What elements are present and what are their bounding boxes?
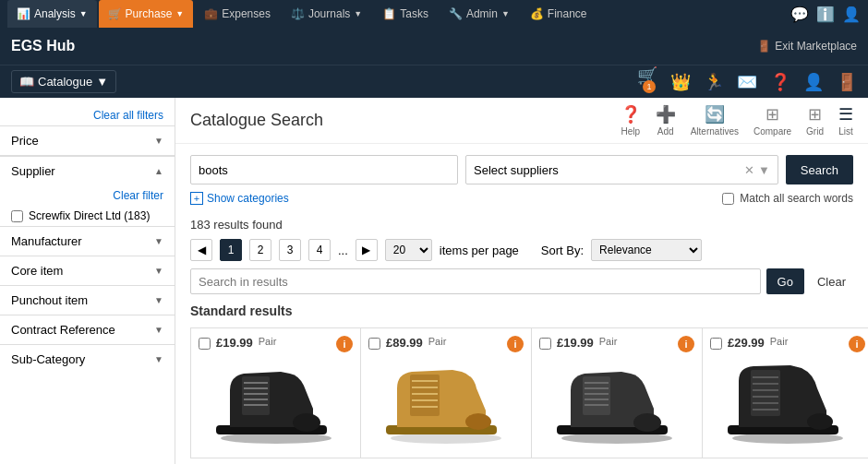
add-action-button[interactable]: ➕ Add (656, 104, 676, 137)
per-page-select[interactable]: 20 50 100 (385, 239, 432, 261)
catalogue-dropdown-button[interactable]: 📖 Catalogue ▼ (11, 70, 116, 93)
contract-ref-filter[interactable]: Contract Reference ▼ (0, 315, 175, 344)
help-circle-icon[interactable]: ❓ (770, 72, 790, 92)
subcategory-filter[interactable]: Sub-Category ▼ (0, 344, 175, 374)
manufacturer-filter-arrow: ▼ (154, 236, 163, 246)
nav-expenses[interactable]: 💼 Expenses (195, 0, 280, 28)
help-action-icon: ❓ (621, 104, 641, 125)
nav-admin[interactable]: 🔧 Admin ▼ (440, 0, 519, 28)
manufacturer-filter[interactable]: Manufacturer ▼ (0, 226, 175, 256)
supplier-clear-filter-button[interactable]: Clear filter (0, 185, 175, 206)
scrollable-content: Select suppliers ✕ ▼ Search + Show categ… (175, 144, 868, 464)
search-options-row: + Show categories Match all search words (190, 192, 853, 212)
main-content-wrapper: Catalogue Search ❓ Help ➕ Add 🔄 Alternat… (175, 98, 868, 464)
nav-journals[interactable]: ⚖️ Journals ▼ (282, 0, 371, 28)
screwfix-checkbox[interactable] (11, 210, 23, 222)
admin-icon: 🔧 (449, 7, 463, 20)
header-bar: EGS Hub 🚪 Exit Marketplace (0, 28, 868, 65)
nav-finance[interactable]: 💰 Finance (521, 0, 597, 28)
product-3-checkbox[interactable] (539, 338, 551, 350)
prev-page-button[interactable]: ◀ (190, 239, 212, 261)
nav-purchase[interactable]: 🛒 Purchase ▼ (99, 0, 194, 28)
screwfix-filter-item[interactable]: Screwfix Direct Ltd (183) (0, 206, 175, 226)
sort-select[interactable]: Relevance Price (Low-High) Price (High-L… (591, 239, 702, 261)
standard-results-label: Standard results (190, 303, 853, 318)
search-input-row: Select suppliers ✕ ▼ Search (190, 155, 853, 184)
go-button[interactable]: Go (766, 268, 804, 294)
product-1-info-button[interactable]: i (336, 336, 353, 352)
help-action-button[interactable]: ❓ Help (621, 104, 641, 137)
nav-right-icons: 💬 ℹ️ 👤 (790, 6, 861, 23)
product-card-1: £19.99 Pair i (190, 327, 361, 458)
cart-icon[interactable]: 🛒 1 (637, 65, 657, 99)
pagination-sort-row: ◀ 1 2 3 4 ... ▶ 20 50 100 items per page… (190, 239, 853, 261)
crown-icon[interactable]: 👑 (670, 72, 691, 92)
alternatives-action-button[interactable]: 🔄 Alternatives (691, 104, 739, 137)
match-words-checkbox[interactable] (722, 193, 734, 205)
show-categories-button[interactable]: + Show categories (190, 192, 289, 205)
purchase-icon: 🛒 (108, 7, 122, 20)
catalogue-icon-bar: 🛒 1 👑 🏃 ✉️ ❓ 👤 🚪 (637, 65, 857, 99)
page-2-button[interactable]: 2 (249, 239, 271, 261)
user-nav-icon[interactable]: 👤 (842, 6, 861, 23)
list-view-button[interactable]: ☰ List (838, 104, 853, 137)
ellipsis: ... (338, 244, 348, 257)
supplier-filter-arrow: ▲ (154, 166, 163, 176)
match-words-option: Match all search words (722, 192, 853, 205)
compare-action-button[interactable]: ⊞ Compare (753, 104, 791, 137)
catalogue-bar: 📖 Catalogue ▼ 🛒 1 👑 🏃 ✉️ ❓ 👤 🚪 (0, 65, 868, 98)
top-navigation: 📊 Analysis ▼ 🛒 Purchase ▼ 💼 Expenses ⚖️ … (0, 0, 868, 28)
tasks-icon: 📋 (382, 7, 396, 20)
supplier-filter[interactable]: Supplier ▲ (0, 156, 175, 185)
next-page-button[interactable]: ▶ (356, 239, 378, 261)
per-page-label: items per page (440, 244, 519, 257)
punchout-filter[interactable]: Punchout item ▼ (0, 285, 175, 315)
plus-icon: + (190, 192, 203, 205)
profile-icon[interactable]: 👤 (803, 72, 824, 92)
chat-icon[interactable]: 💬 (790, 6, 809, 23)
grid-view-button[interactable]: ⊞ Grid (806, 104, 824, 137)
product-4-price: £29.99 (728, 336, 765, 350)
info-nav-icon[interactable]: ℹ️ (816, 6, 835, 23)
svg-point-36 (807, 413, 833, 430)
nav-tasks[interactable]: 📋 Tasks (373, 0, 438, 28)
analysis-caret: ▼ (79, 9, 88, 18)
flag-icon[interactable]: 🏃 (704, 72, 724, 92)
product-4-image (710, 358, 865, 450)
page-3-button[interactable]: 3 (279, 239, 301, 261)
product-4-info-button[interactable]: i (849, 336, 865, 352)
punchout-filter-label: Punchout item (11, 293, 88, 307)
product-2-image (368, 358, 524, 450)
supplier-select-dropdown[interactable]: Select suppliers ✕ ▼ (465, 155, 778, 184)
product-3-info-button[interactable]: i (678, 336, 694, 352)
book-icon: 📖 (19, 75, 34, 89)
product-2-info-button[interactable]: i (507, 336, 524, 352)
product-4-unit: Pair (770, 336, 789, 347)
search-input[interactable] (190, 155, 458, 184)
search-in-results-input[interactable] (190, 268, 761, 294)
mail-icon[interactable]: ✉️ (737, 72, 757, 92)
clear-results-button[interactable]: Clear (810, 268, 853, 294)
product-grid: £19.99 Pair i (190, 327, 853, 458)
supplier-select-clear[interactable]: ✕ ▼ (744, 163, 769, 177)
product-4-checkbox[interactable] (710, 338, 722, 350)
product-1-price: £19.99 (216, 336, 253, 350)
page-4-button[interactable]: 4 (308, 239, 331, 261)
list-view-icon: ☰ (838, 104, 853, 125)
search-button[interactable]: Search (786, 155, 853, 184)
clear-all-filters-button[interactable]: Clear all filters (0, 105, 175, 125)
product-3-unit: Pair (599, 336, 618, 347)
svg-point-26 (633, 413, 661, 432)
logout-icon[interactable]: 🚪 (837, 72, 857, 92)
product-1-unit: Pair (259, 336, 277, 347)
exit-marketplace-button[interactable]: 🚪 Exit Marketplace (757, 40, 857, 53)
nav-analysis[interactable]: 📊 Analysis ▼ (7, 0, 97, 28)
page-1-button[interactable]: 1 (220, 239, 242, 261)
core-item-filter[interactable]: Core item ▼ (0, 256, 175, 285)
cart-badge: 1 (643, 80, 656, 93)
product-2-checkbox[interactable] (368, 338, 380, 350)
product-1-checkbox[interactable] (199, 338, 211, 350)
main-layout: Clear all filters Price ▼ Supplier ▲ Cle… (0, 98, 868, 464)
product-header-2: £89.99 Pair i (368, 336, 524, 352)
price-filter[interactable]: Price ▼ (0, 125, 175, 155)
